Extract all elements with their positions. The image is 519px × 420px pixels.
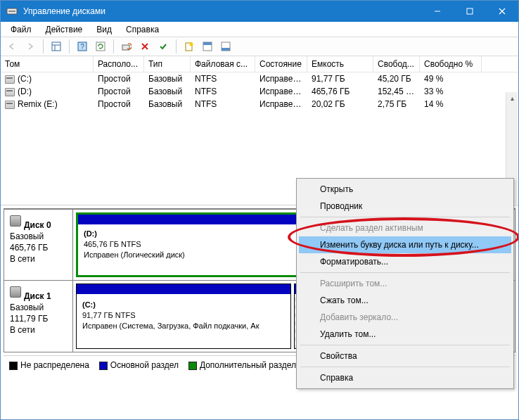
col-volume[interactable]: Том xyxy=(1,56,94,72)
col-layout[interactable]: Располо... xyxy=(94,56,144,72)
svg-rect-18 xyxy=(203,42,212,45)
scroll-up-icon[interactable]: ▴ xyxy=(506,92,518,104)
new-icon[interactable] xyxy=(181,39,198,54)
svg-point-16 xyxy=(190,43,193,46)
help-icon[interactable]: ? xyxy=(74,39,91,54)
partition-c[interactable]: (C:) 91,77 ГБ NTFS Исправен (Система, За… xyxy=(76,284,291,349)
legend-extended: Дополнительный раздел xyxy=(188,360,296,370)
separator xyxy=(176,39,177,53)
drive-icon xyxy=(5,75,15,84)
menu-view[interactable]: Вид xyxy=(89,23,119,36)
menu-help[interactable]: Справка xyxy=(119,23,166,36)
tool-layout-icon[interactable] xyxy=(48,39,65,54)
app-icon xyxy=(6,6,18,17)
ctx-make-active: Сделать раздел активным xyxy=(299,219,511,236)
svg-rect-3 xyxy=(467,8,473,14)
rescan-icon[interactable] xyxy=(118,39,135,54)
check-icon[interactable] xyxy=(155,39,172,54)
separator xyxy=(113,39,114,53)
col-fs[interactable]: Файловая с... xyxy=(191,56,255,72)
disk-icon xyxy=(10,215,21,227)
list-top-icon[interactable] xyxy=(199,39,216,54)
menu-action[interactable]: Действие xyxy=(39,23,90,36)
back-button xyxy=(4,39,20,54)
ctx-extend: Расширить том... xyxy=(299,275,511,292)
disk-header[interactable]: Диск 0 Базовый 465,76 ГБ В сети xyxy=(4,210,73,280)
svg-rect-1 xyxy=(8,11,15,12)
separator xyxy=(300,217,510,217)
col-free[interactable]: Свобод... xyxy=(373,56,420,72)
separator xyxy=(300,367,510,367)
col-type[interactable]: Тип xyxy=(144,56,191,72)
ctx-format[interactable]: Форматировать... xyxy=(299,253,511,270)
refresh-icon[interactable] xyxy=(92,39,109,54)
maximize-button[interactable] xyxy=(454,1,486,22)
ctx-shrink[interactable]: Сжать том... xyxy=(299,292,511,309)
drive-icon xyxy=(5,101,15,109)
ctx-delete[interactable]: Удалить том... xyxy=(299,326,511,343)
separator xyxy=(69,39,70,53)
ctx-explorer[interactable]: Проводник xyxy=(299,198,511,215)
drive-icon xyxy=(5,88,15,96)
context-menu: Открыть Проводник Сделать раздел активны… xyxy=(296,178,514,389)
legend-primary: Основной раздел xyxy=(99,360,179,370)
ctx-mirror: Добавить зеркало... xyxy=(299,309,511,326)
close-button[interactable] xyxy=(486,1,518,22)
partition-bar xyxy=(77,284,290,294)
svg-rect-6 xyxy=(52,42,60,51)
volume-row[interactable]: (D:) Простой Базовый NTFS Исправен... 46… xyxy=(1,85,518,98)
svg-text:?: ? xyxy=(80,43,84,51)
minimize-button[interactable] xyxy=(421,1,454,22)
disk-header[interactable]: Диск 1 Базовый 111,79 ГБ В сети xyxy=(4,281,73,352)
volume-row[interactable]: Remix (E:) Простой Базовый NTFS Исправен… xyxy=(1,98,518,110)
legend-unalloc: Не распределена xyxy=(9,360,89,370)
separator xyxy=(43,39,44,53)
volume-row[interactable]: (C:) Простой Базовый NTFS Исправен... 91… xyxy=(1,72,518,85)
ctx-open[interactable]: Открыть xyxy=(299,181,511,198)
col-capacity[interactable]: Емкость xyxy=(307,56,373,72)
list-bottom-icon[interactable] xyxy=(217,39,234,54)
delete-icon[interactable] xyxy=(136,39,153,54)
menu-file[interactable]: Файл xyxy=(4,23,39,36)
col-freep[interactable]: Свободно % xyxy=(420,56,482,72)
window-title: Управление дисками xyxy=(22,6,421,16)
col-status[interactable]: Состояние xyxy=(255,56,307,72)
svg-rect-20 xyxy=(222,48,230,51)
disk-icon xyxy=(10,286,21,298)
ctx-change-letter[interactable]: Изменить букву диска или путь к диску... xyxy=(299,236,511,253)
ctx-properties[interactable]: Свойства xyxy=(299,348,511,364)
svg-rect-11 xyxy=(96,42,105,51)
separator xyxy=(300,272,510,273)
separator xyxy=(300,345,510,345)
ctx-help[interactable]: Справка xyxy=(299,369,511,386)
forward-button xyxy=(22,39,39,54)
